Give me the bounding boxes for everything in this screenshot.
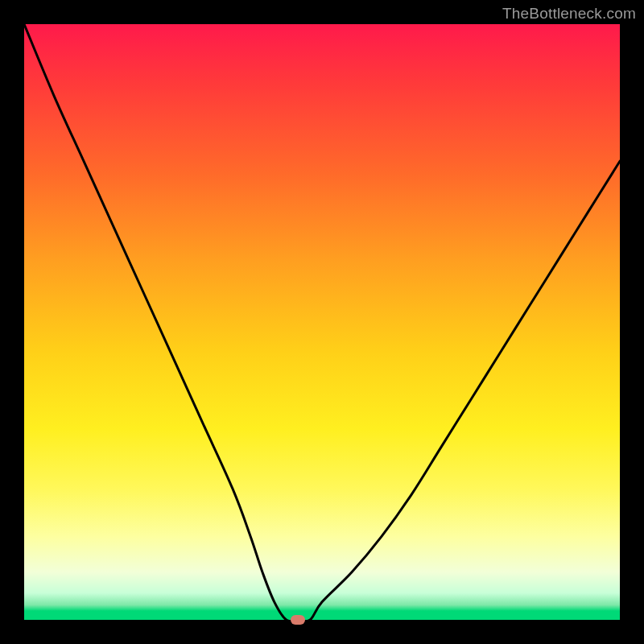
optimal-point-marker bbox=[291, 615, 305, 625]
watermark-text: TheBottleneck.com bbox=[502, 5, 636, 23]
plot-area bbox=[24, 24, 620, 620]
bottleneck-curve bbox=[24, 24, 620, 620]
chart-container: TheBottleneck.com bbox=[0, 0, 644, 644]
